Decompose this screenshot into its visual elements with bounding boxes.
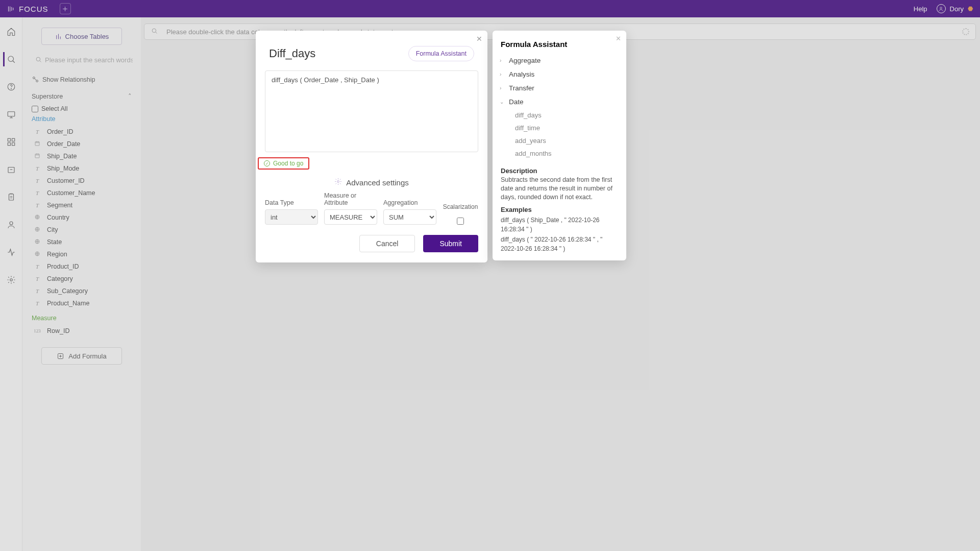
rail-settings-icon[interactable]: [4, 273, 18, 287]
scalarization-checkbox[interactable]: [457, 218, 464, 225]
function-item[interactable]: diff_days: [515, 109, 619, 122]
submit-button[interactable]: Submit: [423, 235, 478, 252]
field-item[interactable]: TProduct_ID: [30, 260, 134, 273]
date-type-icon: [34, 153, 41, 160]
field-item[interactable]: City: [30, 224, 134, 236]
rail-help-icon[interactable]: [4, 80, 18, 94]
text-type-icon: T: [34, 263, 41, 270]
svg-point-11: [10, 222, 13, 225]
rail-search-icon[interactable]: [3, 52, 17, 66]
tables-icon: [55, 33, 62, 40]
measure-attr-select[interactable]: MEASURE: [324, 209, 377, 225]
new-tab-button[interactable]: [60, 3, 71, 14]
field-item[interactable]: Region: [30, 248, 134, 260]
svg-rect-7: [8, 143, 10, 146]
function-item[interactable]: diff_time: [515, 122, 619, 134]
cancel-button[interactable]: Cancel: [359, 235, 415, 252]
help-link[interactable]: Help: [914, 5, 927, 13]
field-item[interactable]: TCustomer_Name: [30, 187, 134, 199]
formula-assistant-button[interactable]: Formula Assistant: [408, 46, 474, 61]
add-formula-button[interactable]: Add Formula: [41, 347, 122, 365]
example-1: diff_days ( Ship_Date , " 2022-10-26 16:…: [501, 214, 618, 234]
measure-attr-label: Measure or Attribute: [324, 192, 377, 206]
validation-status: ✓ Good to go: [258, 157, 309, 170]
field-name: Customer_ID: [47, 177, 85, 184]
text-type-icon: T: [34, 190, 41, 196]
rail-home-icon[interactable]: [4, 25, 18, 39]
select-all-row[interactable]: Select All: [28, 104, 136, 115]
field-name: Customer_Name: [47, 189, 95, 197]
search-icon: [151, 27, 158, 36]
rail-user-icon[interactable]: [4, 218, 18, 232]
svg-rect-9: [8, 167, 14, 173]
function-item[interactable]: add_years: [515, 134, 619, 147]
chevron-right-icon: ›: [500, 85, 505, 91]
chevron-right-icon: ›: [500, 71, 505, 77]
svg-point-13: [36, 57, 40, 61]
rail-clipboard-icon[interactable]: [4, 190, 18, 204]
assistant-title: Formula Assistant: [493, 31, 626, 54]
field-item[interactable]: TOrder_ID: [30, 126, 134, 138]
left-rail: [0, 17, 22, 551]
show-relationship[interactable]: Show Relationship: [28, 73, 136, 90]
category-item[interactable]: ⌄Date: [500, 95, 619, 109]
field-item[interactable]: TSub_Category: [30, 285, 134, 297]
svg-rect-5: [8, 138, 10, 141]
field-item[interactable]: 123Row_ID: [30, 325, 134, 337]
rail-archive-icon[interactable]: [4, 162, 18, 177]
svg-rect-6: [12, 138, 14, 141]
user-menu[interactable]: Dory ⬣: [937, 4, 973, 13]
aggregation-label: Aggregation: [383, 199, 436, 206]
svg-point-1: [8, 56, 14, 62]
choose-tables-button[interactable]: Choose Tables: [41, 28, 122, 45]
field-search-input[interactable]: [31, 52, 133, 67]
field-item[interactable]: TCustomer_ID: [30, 175, 134, 187]
field-item[interactable]: Order_Date: [30, 138, 134, 150]
field-item[interactable]: State: [30, 236, 134, 248]
field-item[interactable]: TSegment: [30, 199, 134, 211]
category-item[interactable]: ›Aggregate: [500, 54, 619, 67]
geo-type-icon: [34, 214, 41, 221]
field-item[interactable]: Country: [30, 211, 134, 224]
geo-type-icon: [34, 238, 41, 246]
category-label: Analysis: [509, 70, 534, 78]
select-all-checkbox[interactable]: [32, 106, 38, 112]
rail-dashboard-icon[interactable]: [4, 107, 18, 122]
category-label: Transfer: [509, 84, 534, 92]
scalarization-label: Scalarization: [443, 203, 478, 210]
rail-activity-icon[interactable]: [4, 245, 18, 259]
svg-rect-16: [35, 142, 39, 146]
app-logo: FOCUS: [7, 5, 48, 13]
field-name: Segment: [47, 202, 72, 209]
field-search[interactable]: [31, 52, 133, 67]
datasource-header[interactable]: Superstore ˄: [28, 90, 136, 104]
search-icon: [35, 56, 42, 65]
formula-editor[interactable]: diff_days ( Order_Date , Ship_Date ): [265, 70, 478, 152]
rail-grid-icon[interactable]: [4, 135, 18, 149]
field-name: Ship_Mode: [47, 165, 79, 172]
logo-icon: [7, 5, 15, 13]
field-item[interactable]: Ship_Date: [30, 150, 134, 162]
svg-rect-4: [8, 112, 15, 116]
function-item[interactable]: add_months: [515, 147, 619, 160]
text-type-icon: T: [34, 202, 41, 208]
aggregation-select[interactable]: SUM: [383, 209, 436, 225]
datatype-select[interactable]: int: [265, 209, 318, 225]
category-item[interactable]: ›Analysis: [500, 67, 619, 81]
field-name: State: [47, 238, 62, 246]
text-type-icon: T: [34, 165, 41, 172]
measure-list: 123Row_ID: [28, 324, 136, 338]
field-item[interactable]: TCategory: [30, 273, 134, 285]
field-name: City: [47, 226, 58, 233]
assistant-close-button[interactable]: ✕: [616, 35, 621, 42]
chevron-up-icon: ˄: [128, 92, 132, 100]
advanced-settings-label: Advanced settings: [346, 178, 409, 187]
user-icon: [937, 4, 946, 13]
field-item[interactable]: TShip_Mode: [30, 162, 134, 175]
category-item[interactable]: ›Transfer: [500, 81, 619, 95]
svg-point-3: [11, 88, 11, 89]
gear-icon: [334, 178, 342, 187]
dialog-close-button[interactable]: ✕: [476, 35, 482, 43]
check-icon: ✓: [264, 160, 270, 166]
field-item[interactable]: TProduct_Name: [30, 297, 134, 309]
